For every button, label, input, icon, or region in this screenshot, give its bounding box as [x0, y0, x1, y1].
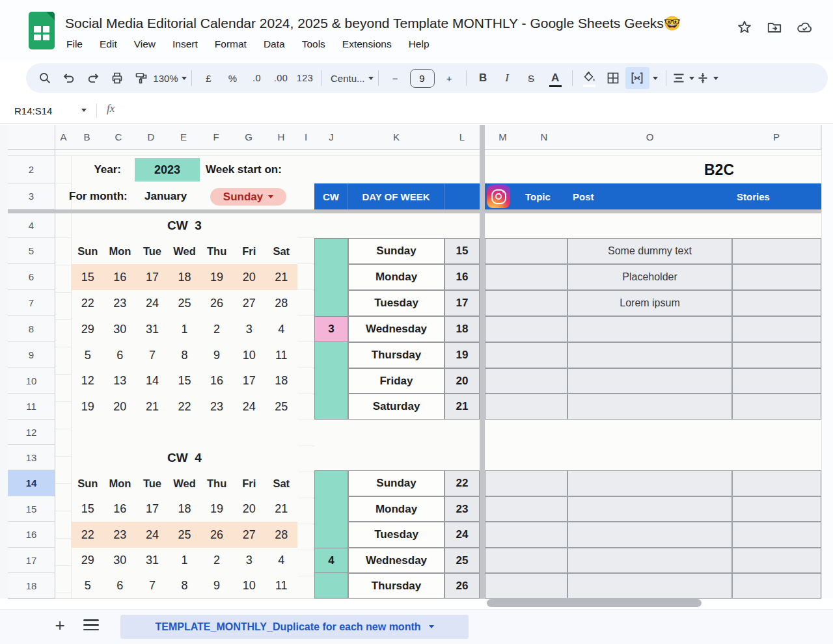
- date-cell[interactable]: 7: [136, 573, 169, 598]
- date-cell[interactable]: 6: [104, 573, 137, 598]
- stories-cell[interactable]: [732, 316, 821, 342]
- print-icon[interactable]: [105, 67, 129, 89]
- column-header-P[interactable]: P: [732, 125, 821, 150]
- day-of-week-header-cell[interactable]: DAY OF WEEK: [348, 183, 444, 209]
- stories-cell[interactable]: [732, 264, 821, 290]
- column-header-M[interactable]: M: [485, 125, 521, 150]
- day-abbrev[interactable]: Tue: [136, 238, 169, 264]
- stories-cell[interactable]: [732, 496, 821, 522]
- menu-insert[interactable]: Insert: [166, 36, 204, 52]
- name-box[interactable]: R14:S14: [14, 98, 77, 124]
- month-value[interactable]: January: [144, 183, 187, 209]
- post-cell[interactable]: [567, 496, 732, 522]
- dow-cell[interactable]: Monday: [348, 264, 444, 290]
- date-cell[interactable]: 20: [233, 264, 266, 290]
- date-cell[interactable]: 15: [72, 496, 104, 522]
- date-cell[interactable]: 17: [233, 368, 266, 394]
- date-num-cell[interactable]: 23: [444, 496, 480, 522]
- topic-cell[interactable]: [485, 394, 567, 420]
- column-header-O[interactable]: O: [567, 125, 733, 150]
- date-cell[interactable]: 16: [200, 368, 233, 394]
- select-all-corner[interactable]: [8, 125, 55, 150]
- day-abbrev[interactable]: Wed: [169, 238, 201, 264]
- dow-cell[interactable]: Thursday: [348, 573, 444, 598]
- for-month-label[interactable]: For month:: [69, 183, 128, 209]
- column-header-L[interactable]: L: [444, 125, 480, 150]
- sheet-tab-active[interactable]: TEMPLATE_MONTHLY_Duplicate for each new …: [120, 615, 469, 639]
- column-header-B[interactable]: B: [72, 125, 103, 150]
- post-cell[interactable]: [567, 522, 732, 548]
- day-abbrev[interactable]: Mon: [104, 470, 137, 496]
- zoom-select[interactable]: 130%: [153, 67, 187, 89]
- date-cell[interactable]: 10: [233, 573, 266, 598]
- date-cell[interactable]: 13: [104, 368, 137, 394]
- decrease-decimal-button[interactable]: .0: [245, 67, 269, 89]
- post-cell[interactable]: [567, 394, 732, 420]
- date-cell[interactable]: 20: [104, 394, 137, 420]
- row-header-6[interactable]: 6: [8, 264, 55, 290]
- post-header[interactable]: Post: [573, 183, 594, 209]
- post-cell[interactable]: Some dummy text: [567, 238, 732, 264]
- date-cell[interactable]: 25: [169, 290, 201, 316]
- topic-cell[interactable]: [485, 470, 567, 496]
- date-cell[interactable]: 29: [72, 316, 104, 342]
- date-cell[interactable]: 15: [169, 368, 201, 394]
- fx-label[interactable]: fx: [107, 102, 115, 115]
- date-cell[interactable]: 23: [104, 290, 137, 316]
- topic-header[interactable]: Topic: [525, 183, 551, 209]
- font-select[interactable]: Centu...: [327, 67, 374, 89]
- stories-cell[interactable]: [732, 573, 821, 598]
- date-num-cell[interactable]: 16: [444, 264, 480, 290]
- year-value-cell[interactable]: 2023: [135, 158, 200, 181]
- menu-data[interactable]: Data: [257, 36, 292, 52]
- date-cell[interactable]: 15: [72, 264, 104, 290]
- date-cell[interactable]: 29: [72, 548, 104, 573]
- row-header-17[interactable]: 17: [8, 548, 55, 573]
- name-box-caret-icon[interactable]: [81, 109, 87, 112]
- date-num-cell[interactable]: 20: [444, 368, 480, 394]
- cw3-title[interactable]: CW 3: [72, 213, 297, 238]
- date-cell[interactable]: 3: [233, 548, 266, 573]
- date-cell[interactable]: 21: [265, 264, 297, 290]
- stories-cell[interactable]: [732, 368, 821, 394]
- dow-cell[interactable]: Saturday: [348, 394, 444, 420]
- date-num-cell[interactable]: 19: [444, 342, 480, 368]
- week-start-dropdown[interactable]: Sunday: [210, 188, 286, 206]
- date-cell[interactable]: 25: [169, 522, 201, 548]
- column-header-F[interactable]: F: [200, 125, 233, 150]
- search-icon[interactable]: [33, 67, 57, 89]
- date-cell[interactable]: 31: [136, 316, 169, 342]
- date-cell[interactable]: 30: [104, 316, 137, 342]
- b2c-title[interactable]: B2C: [677, 156, 761, 183]
- date-num-cell[interactable]: 15: [444, 238, 480, 264]
- date-cell[interactable]: 19: [200, 496, 233, 522]
- topic-cell[interactable]: [485, 290, 567, 316]
- row-header-7[interactable]: 7: [8, 290, 55, 316]
- date-cell[interactable]: 28: [265, 290, 297, 316]
- date-cell[interactable]: 24: [233, 394, 266, 420]
- date-cell[interactable]: 23: [200, 394, 233, 420]
- column-header-N[interactable]: N: [521, 125, 568, 150]
- column-header-J[interactable]: J: [314, 125, 349, 150]
- menu-view[interactable]: View: [128, 36, 162, 52]
- date-cell[interactable]: 22: [72, 522, 104, 548]
- topic-cell[interactable]: [485, 496, 567, 522]
- date-cell[interactable]: 5: [72, 342, 104, 368]
- stories-cell[interactable]: [732, 238, 821, 264]
- date-cell[interactable]: 17: [136, 264, 169, 290]
- percent-format-button[interactable]: %: [221, 67, 245, 89]
- date-cell[interactable]: 30: [104, 548, 137, 573]
- day-abbrev[interactable]: Tue: [136, 470, 169, 496]
- date-cell[interactable]: 27: [233, 290, 266, 316]
- row-header-15[interactable]: 15: [8, 496, 55, 522]
- date-num-cell[interactable]: 24: [444, 522, 480, 548]
- date-cell[interactable]: 20: [233, 496, 266, 522]
- date-cell[interactable]: 12: [72, 368, 104, 394]
- date-cell[interactable]: 18: [265, 368, 297, 394]
- cw4-title[interactable]: CW 4: [72, 445, 297, 470]
- date-cell[interactable]: 27: [233, 522, 266, 548]
- dow-cell[interactable]: Monday: [348, 496, 444, 522]
- date-cell[interactable]: 19: [72, 394, 104, 420]
- date-cell[interactable]: 8: [169, 573, 201, 598]
- cw-column-week4[interactable]: [314, 470, 348, 598]
